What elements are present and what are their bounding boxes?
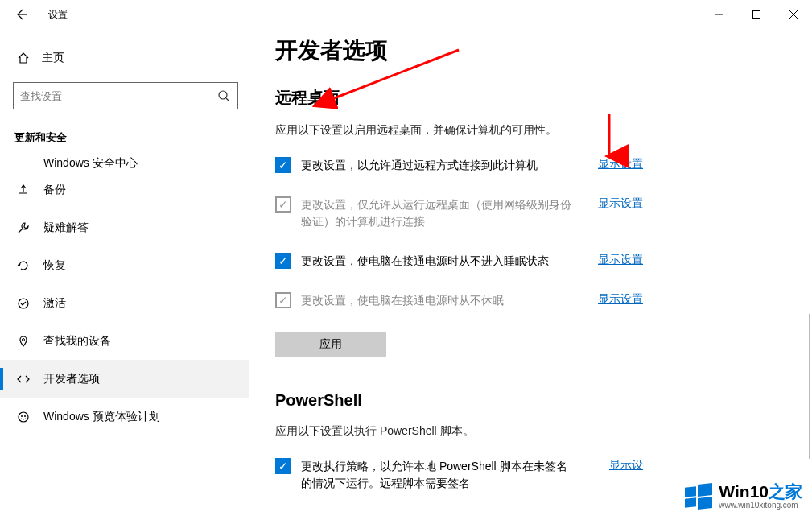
section-remote-heading: 远程桌面: [275, 87, 812, 109]
section-remote-desc: 应用以下设置以启用远程桌面，并确保计算机的可用性。: [275, 123, 812, 138]
scrollbar[interactable]: [809, 314, 810, 459]
sidebar-item-insider[interactable]: Windows 预览体验计划: [0, 398, 249, 436]
backup-icon: [16, 183, 31, 197]
search-icon: [216, 89, 231, 103]
sidebar-home[interactable]: 主页: [0, 43, 249, 72]
sidebar-category: 更新和安全: [0, 113, 249, 151]
sidebar-item-label: Windows 安全中心: [43, 156, 138, 171]
watermark-url: www.win10xitong.com: [719, 501, 802, 510]
main-panel: 开发者选项 远程桌面 应用以下设置以启用远程桌面，并确保计算机的可用性。 ✓ 更…: [249, 29, 812, 516]
sidebar-item-label: 激活: [43, 296, 66, 311]
show-settings-link[interactable]: 显示设: [609, 458, 643, 473]
sidebar-item-activation[interactable]: 激活: [0, 284, 249, 322]
activation-icon: [16, 296, 31, 311]
svg-point-7: [19, 299, 28, 308]
sidebar-item-security[interactable]: Windows 安全中心: [0, 151, 249, 171]
back-button[interactable]: [11, 5, 31, 24]
sidebar-item-troubleshoot[interactable]: 疑难解答: [0, 208, 249, 246]
sidebar-list: Windows 安全中心 备份 疑难解答 恢复: [0, 151, 249, 436]
show-settings-link[interactable]: 显示设置: [598, 157, 643, 171]
checkbox: ✓: [275, 292, 291, 308]
sidebar: 主页 更新和安全 Windows 安全中心 备份: [0, 29, 249, 516]
sidebar-item-label: Windows 预览体验计划: [43, 410, 160, 424]
watermark-logo-icon: [685, 482, 712, 510]
section-powershell-desc: 应用以下设置以执行 PowerShell 脚本。: [275, 424, 812, 439]
home-icon: [16, 51, 31, 65]
shield-icon: [16, 156, 31, 171]
apply-button[interactable]: 应用: [275, 332, 386, 357]
svg-rect-2: [753, 11, 760, 19]
close-button[interactable]: [775, 2, 812, 27]
checkbox: ✓: [275, 196, 291, 213]
search-input[interactable]: [20, 90, 216, 102]
svg-point-9: [19, 412, 28, 422]
checkbox[interactable]: ✓: [275, 458, 291, 474]
titlebar: 设置: [0, 0, 812, 29]
search-box[interactable]: [13, 82, 238, 109]
minimize-button[interactable]: [701, 2, 738, 27]
svg-point-8: [23, 338, 25, 341]
remote-option-3: ✓ 更改设置，使电脑在接通电源时从不进入睡眠状态 显示设置: [275, 253, 812, 270]
page-title: 开发者选项: [275, 35, 812, 66]
sidebar-item-recovery[interactable]: 恢复: [0, 246, 249, 284]
recovery-icon: [16, 258, 31, 273]
sidebar-item-backup[interactable]: 备份: [0, 171, 249, 208]
remote-option-1: ✓ 更改设置，以允许通过远程方式连接到此计算机 显示设置: [275, 157, 812, 174]
svg-point-11: [24, 415, 26, 417]
remote-option-4: ✓ 更改设置，使电脑在接通电源时从不休眠 显示设置: [275, 292, 812, 309]
sidebar-item-findmydevice[interactable]: 查找我的设备: [0, 322, 249, 360]
show-settings-link[interactable]: 显示设置: [598, 253, 643, 267]
show-settings-link[interactable]: 显示设置: [598, 292, 643, 307]
sidebar-item-label: 开发者选项: [43, 372, 100, 386]
wrench-icon: [16, 221, 31, 235]
checkbox[interactable]: ✓: [275, 253, 291, 269]
insider-icon: [16, 410, 31, 424]
sidebar-item-developer[interactable]: 开发者选项: [0, 360, 249, 398]
svg-point-10: [21, 415, 23, 417]
svg-point-5: [219, 91, 227, 99]
show-settings-link[interactable]: 显示设置: [598, 196, 643, 211]
section-powershell-heading: PowerShell: [275, 391, 812, 410]
option-label: 更改设置，使电脑在接通电源时从不进入睡眠状态: [301, 253, 575, 270]
option-label: 更改设置，以允许通过远程方式连接到此计算机: [301, 157, 575, 174]
developer-icon: [16, 372, 31, 386]
option-label: 更改设置，使电脑在接通电源时从不休眠: [301, 292, 575, 309]
sidebar-item-label: 查找我的设备: [43, 334, 111, 349]
option-label: 更改执行策略，以允许本地 PowerShell 脚本在未签名的情况下运行。远程脚…: [301, 458, 575, 492]
sidebar-home-label: 主页: [42, 51, 64, 65]
option-label: 更改设置，仅允许从运行远程桌面（使用网络级别身份验证）的计算机进行连接: [301, 196, 575, 230]
maximize-button[interactable]: [738, 2, 775, 27]
checkbox[interactable]: ✓: [275, 157, 291, 173]
sidebar-item-label: 备份: [43, 183, 66, 197]
watermark-brand: Win10之家: [719, 482, 802, 501]
location-icon: [16, 334, 31, 349]
app-title: 设置: [40, 8, 68, 22]
sidebar-item-label: 恢复: [43, 258, 66, 273]
svg-line-6: [226, 98, 229, 101]
watermark: Win10之家 www.win10xitong.com: [685, 482, 802, 510]
remote-option-2: ✓ 更改设置，仅允许从运行远程桌面（使用网络级别身份验证）的计算机进行连接 显示…: [275, 196, 812, 230]
sidebar-item-label: 疑难解答: [43, 221, 89, 235]
